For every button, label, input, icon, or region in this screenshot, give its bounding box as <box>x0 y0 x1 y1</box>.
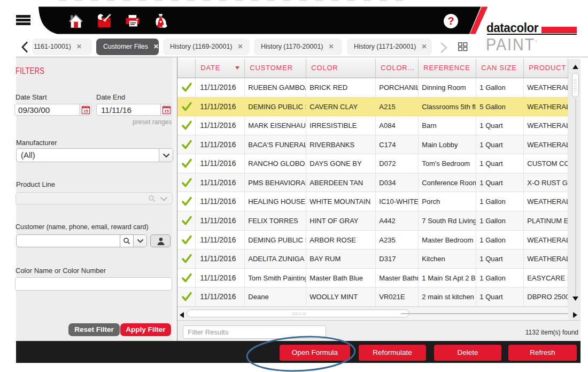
svg-text:15: 15 <box>164 109 169 113</box>
svg-text:15: 15 <box>83 109 88 113</box>
